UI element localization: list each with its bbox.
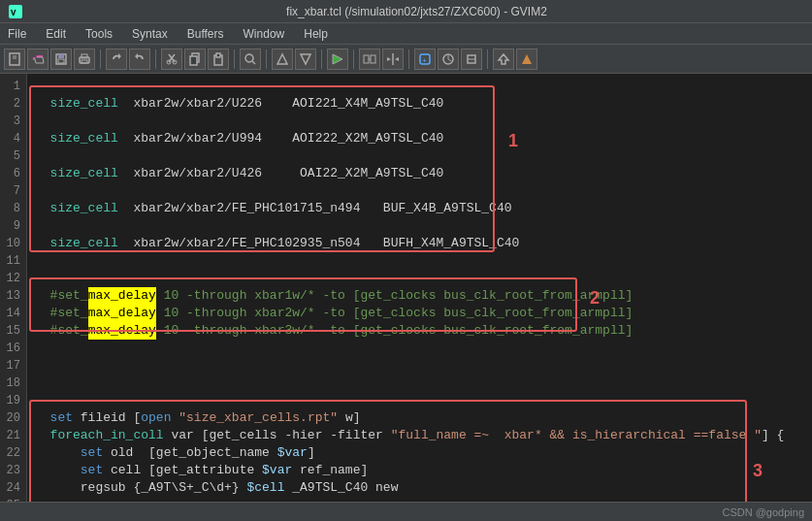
line-num-6: 6 — [6, 165, 20, 182]
menu-bar: File Edit Tools Syntax Buffers Window He… — [0, 23, 812, 45]
line-num-16: 16 — [6, 340, 20, 357]
line-num-15: 15 — [6, 322, 20, 340]
svg-rect-25 — [371, 55, 375, 63]
line-num-11: 11 — [6, 252, 20, 270]
title-bar: V fix_xbar.tcl (/simulation02/jxts27/ZXC… — [0, 0, 812, 23]
svg-line-20 — [252, 61, 255, 64]
svg-rect-6 — [58, 54, 64, 58]
menu-help[interactable]: Help — [300, 26, 332, 42]
code-line-9 — [35, 217, 804, 235]
code-line-25 — [35, 497, 804, 502]
line-num-8: 8 — [6, 200, 20, 217]
toolbar-plug4[interactable] — [493, 49, 514, 70]
line-num-13: 13 — [6, 287, 20, 305]
toolbar-open[interactable] — [27, 49, 49, 70]
status-bar: CSDN @godping — [0, 502, 812, 521]
toolbar-redo[interactable] — [129, 49, 150, 70]
code-line-6: size_cell xbar2w/xbar2/U426 OAI22_X2M_A9… — [35, 165, 804, 182]
line-numbers: 1 2 3 4 5 6 7 8 9 10 11 12 13 14 15 16 1… — [0, 74, 27, 502]
code-line-1 — [35, 78, 804, 95]
svg-marker-23 — [333, 54, 342, 64]
line-num-1: 1 — [6, 78, 20, 95]
line-num-22: 22 — [6, 444, 20, 462]
menu-window[interactable]: Window — [240, 26, 289, 42]
line-num-2: 2 — [6, 95, 20, 113]
toolbar-plug1[interactable]: + — [414, 49, 436, 70]
code-line-18 — [35, 374, 804, 392]
code-line-11 — [35, 252, 804, 270]
toolbar-diff[interactable] — [359, 49, 380, 70]
line-num-18: 18 — [6, 374, 20, 392]
line-num-12: 12 — [6, 270, 20, 287]
toolbar-new[interactable] — [4, 49, 25, 70]
code-line-20: set fileid [open "size_xbar_cells.rpt" w… — [35, 409, 804, 427]
svg-rect-10 — [81, 60, 87, 63]
svg-point-19 — [245, 54, 253, 62]
sep4 — [266, 49, 267, 69]
code-line-8: size_cell xbar2w/xbar2/FE_PHC101715_n494… — [35, 200, 804, 217]
toolbar-print[interactable] — [74, 49, 95, 70]
code-line-19 — [35, 392, 804, 409]
code-line-13: #set_max_delay 10 -through xbar1w/* -to … — [35, 287, 804, 305]
toolbar-plug3[interactable] — [461, 49, 482, 70]
sep2 — [155, 49, 156, 69]
svg-text:V: V — [11, 9, 16, 18]
menu-tools[interactable]: Tools — [81, 26, 116, 42]
menu-syntax[interactable]: Syntax — [128, 26, 172, 42]
editor: 1 2 3 4 5 6 7 8 9 10 11 12 13 14 15 16 1… — [0, 74, 812, 502]
toolbar: + — [0, 45, 812, 74]
line-num-21: 21 — [6, 427, 20, 444]
code-line-2: size_cell xbar2w/xbar2/U226 AOI221_X4M_A… — [35, 95, 804, 113]
sep7 — [408, 49, 409, 69]
svg-marker-37 — [522, 54, 532, 64]
code-line-10: size_cell xbar2w/xbar2/FE_PHC102935_n504… — [35, 235, 804, 252]
line-num-9: 9 — [6, 217, 20, 235]
svg-rect-24 — [364, 55, 369, 63]
line-num-7: 7 — [6, 182, 20, 200]
toolbar-make[interactable] — [327, 49, 348, 70]
sep5 — [321, 49, 322, 69]
code-line-12 — [35, 270, 804, 287]
code-line-21: foreach_in_coll var [get_cells -hier -fi… — [35, 427, 804, 444]
line-num-14: 14 — [6, 305, 20, 322]
line-num-5: 5 — [6, 147, 20, 165]
toolbar-plug2[interactable] — [438, 49, 459, 70]
svg-marker-22 — [301, 54, 310, 64]
toolbar-copy[interactable] — [184, 49, 206, 70]
code-line-22: set old [get_object_name $var] — [35, 444, 804, 462]
svg-line-34 — [448, 59, 451, 61]
toolbar-next[interactable] — [295, 49, 316, 70]
toolbar-undo[interactable] — [106, 49, 127, 70]
line-num-17: 17 — [6, 357, 20, 374]
svg-text:+: + — [422, 56, 427, 65]
line-num-24: 24 — [6, 479, 20, 497]
toolbar-paste[interactable] — [208, 49, 229, 70]
code-area[interactable]: 1 2 3 size_cell xbar2w/xbar2/U226 AOI221… — [27, 74, 812, 502]
watermark-text: CSDN @godping — [722, 506, 804, 518]
svg-rect-7 — [58, 59, 64, 63]
code-line-5 — [35, 147, 804, 165]
code-line-4: size_cell xbar2w/xbar2/U994 AOI222_X2M_A… — [35, 130, 804, 147]
menu-edit[interactable]: Edit — [42, 26, 70, 42]
code-line-14: #set_max_delay 10 -through xbar2w/* -to … — [35, 305, 804, 322]
line-num-4: 4 — [6, 130, 20, 147]
line-num-23: 23 — [6, 462, 20, 479]
svg-marker-29 — [395, 57, 399, 61]
code-line-7 — [35, 182, 804, 200]
sep1 — [100, 49, 101, 69]
toolbar-prev[interactable] — [272, 49, 293, 70]
code-line-23: set cell [get_attribute $var ref_name] — [35, 462, 804, 479]
toolbar-save[interactable] — [50, 49, 72, 70]
toolbar-plug5[interactable] — [516, 49, 537, 70]
code-line-17 — [35, 357, 804, 374]
toolbar-cut[interactable] — [161, 49, 182, 70]
menu-file[interactable]: File — [4, 26, 30, 42]
line-num-10: 10 — [6, 235, 20, 252]
menu-buffers[interactable]: Buffers — [183, 26, 228, 42]
toolbar-merge[interactable] — [382, 49, 404, 70]
code-line-15: #set_max_delay 10 -through xbar3w/* -to … — [35, 322, 804, 340]
svg-marker-28 — [387, 57, 391, 61]
svg-rect-18 — [216, 53, 220, 57]
code-line-16 — [35, 340, 804, 357]
toolbar-find[interactable] — [240, 49, 261, 70]
